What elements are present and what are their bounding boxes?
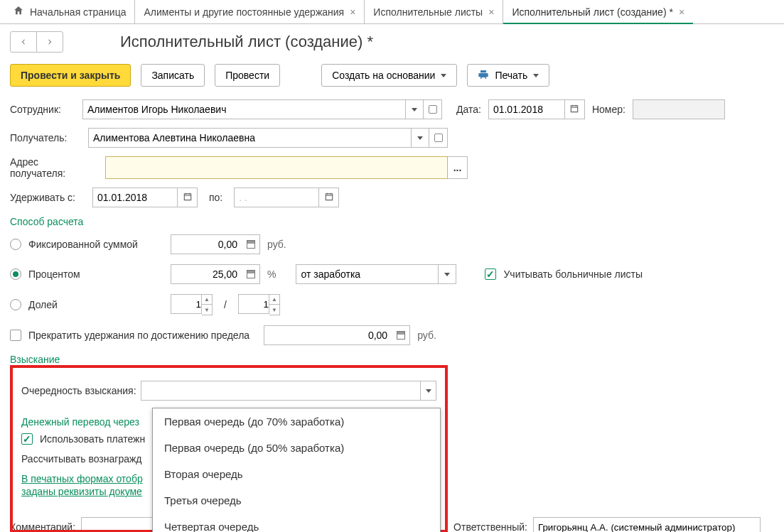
tab-home-label: Начальная страница: [30, 6, 126, 18]
post-and-close-button[interactable]: Провести и закрыть: [10, 64, 131, 87]
recipient-input[interactable]: [88, 128, 411, 148]
priority-option-2[interactable]: Первая очередь (до 50% заработка): [153, 435, 440, 461]
percent-label: Процентом: [28, 268, 163, 280]
employee-open-button[interactable]: [424, 99, 442, 119]
toolbar: Провести и закрыть Записать Провести Соз…: [0, 64, 784, 99]
calculator-icon: [397, 331, 405, 340]
earnings-source-select[interactable]: [296, 264, 438, 284]
recipient-open-button[interactable]: [429, 128, 448, 148]
fixed-label: Фиксированной суммой: [28, 239, 163, 250]
priority-dropdown-list: Первая очередь (до 70% заработка) Первая…: [152, 408, 441, 532]
tab-home[interactable]: Начальная страница: [4, 0, 135, 23]
row-recipient: Получатель:: [10, 128, 774, 148]
priority-label: Очередность взыскания:: [21, 385, 136, 396]
recipient-input-wrap: [88, 128, 448, 148]
back-button[interactable]: [10, 31, 37, 53]
recipient-addr-label-1: Адрес: [10, 156, 81, 168]
date-input[interactable]: [488, 99, 565, 119]
to-date-cal-button[interactable]: [319, 188, 339, 207]
post-button[interactable]: Провести: [215, 64, 280, 87]
priority-option-1[interactable]: Первая очередь (до 70% заработка): [153, 408, 440, 435]
priority-option-5[interactable]: Четвертая очередь: [153, 514, 440, 532]
fraction-numer-spinner[interactable]: ▲▼: [202, 294, 213, 315]
calendar-icon: [324, 192, 334, 204]
employee-input[interactable]: [82, 99, 405, 119]
calendar-icon: [569, 104, 579, 116]
chevron-down-icon[interactable]: ▼: [269, 305, 279, 315]
tab-orders[interactable]: Исполнительные листы ×: [365, 0, 503, 23]
create-based-on-button[interactable]: Создать на основании: [321, 64, 457, 87]
calendar-icon: [183, 192, 193, 204]
employee-dropdown-button[interactable]: [405, 99, 424, 119]
calculator-icon: [247, 270, 255, 278]
close-icon[interactable]: ×: [679, 6, 684, 18]
fixed-amount-input[interactable]: [171, 234, 242, 254]
recipient-address-input[interactable]: [105, 156, 448, 179]
priority-option-3[interactable]: Вторая очередь: [153, 461, 440, 487]
row-percent: Процентом % Учитывать больничные листы: [10, 264, 774, 284]
priority-option-4[interactable]: Третья очередь: [153, 487, 440, 514]
radio-fraction[interactable]: [10, 299, 21, 310]
tab-current-label: Исполнительный лист (создание) *: [512, 6, 673, 18]
stop-on-limit-label: Прекратить удержания по достижению преде…: [28, 330, 249, 341]
responsible-input[interactable]: [533, 517, 761, 532]
page-title: Исполнительный лист (создание) *: [120, 33, 373, 51]
priority-input[interactable]: [141, 381, 421, 401]
chevron-down-icon: [533, 74, 539, 77]
calculator-icon: [247, 240, 255, 249]
chevron-down-icon: [417, 136, 423, 140]
row-priority: Очередность взыскания:: [21, 381, 436, 401]
employee-label: Сотрудник:: [10, 104, 75, 115]
responsible-label: Ответственный:: [453, 521, 527, 532]
row-withhold: Удерживать с: по:: [10, 188, 774, 207]
to-date-wrap: [234, 188, 339, 207]
open-icon: [429, 105, 437, 114]
tab-alimony-label: Алименты и другие постоянные удержания: [144, 6, 344, 18]
rub-unit-2: руб.: [417, 330, 436, 341]
row-limit: Прекратить удержания по достижению преде…: [10, 325, 774, 345]
from-date-input[interactable]: [92, 188, 178, 207]
address-more-button[interactable]: ...: [448, 156, 468, 179]
fixed-calc-button[interactable]: [242, 234, 260, 254]
forward-button[interactable]: [36, 31, 63, 53]
to-date-input[interactable]: [234, 188, 319, 207]
close-icon[interactable]: ×: [350, 6, 355, 18]
limit-calc-button[interactable]: [392, 325, 410, 345]
print-button[interactable]: Печать: [467, 64, 549, 87]
radio-percent[interactable]: [10, 268, 21, 280]
fraction-denom-input[interactable]: [238, 294, 269, 314]
to-label: по:: [209, 192, 222, 203]
chevron-down-icon: [441, 74, 446, 77]
save-button[interactable]: Записать: [141, 64, 205, 87]
slash: /: [224, 299, 227, 310]
limit-input[interactable]: [264, 325, 392, 345]
tab-alimony[interactable]: Алименты и другие постоянные удержания ×: [135, 0, 365, 23]
close-icon[interactable]: ×: [488, 6, 494, 18]
print-label: Печать: [495, 70, 527, 81]
number-input[interactable]: [633, 99, 725, 119]
printer-icon: [478, 69, 489, 82]
radio-fixed[interactable]: [10, 239, 21, 250]
priority-dropdown-button[interactable]: [421, 381, 436, 401]
chevron-down-icon: [412, 108, 417, 112]
chevron-down-icon[interactable]: ▼: [202, 305, 212, 315]
tab-orders-label: Исполнительные листы: [373, 6, 483, 18]
recipient-addr-label-2: получателя:: [10, 168, 81, 179]
chevron-up-icon[interactable]: ▲: [269, 295, 279, 305]
fraction-denom-spinner[interactable]: ▲▼: [269, 294, 280, 315]
percent-calc-button[interactable]: [242, 264, 260, 284]
stop-on-limit-checkbox[interactable]: [10, 330, 21, 341]
chevron-up-icon[interactable]: ▲: [202, 295, 212, 305]
recipient-dropdown-button[interactable]: [411, 128, 429, 148]
earnings-source-dropdown[interactable]: [438, 264, 456, 284]
consider-sick-checkbox[interactable]: [485, 268, 496, 280]
date-calendar-button[interactable]: [565, 99, 585, 119]
number-label: Номер:: [592, 104, 625, 115]
chevron-down-icon: [444, 273, 450, 276]
fraction-numer-input[interactable]: [171, 294, 202, 314]
from-date-cal-button[interactable]: [178, 188, 198, 207]
use-agent-checkbox[interactable]: [21, 433, 33, 445]
tab-current[interactable]: Исполнительный лист (создание) * ×: [503, 1, 693, 24]
date-input-wrap: [488, 99, 585, 119]
percent-amount-input[interactable]: [171, 264, 242, 284]
